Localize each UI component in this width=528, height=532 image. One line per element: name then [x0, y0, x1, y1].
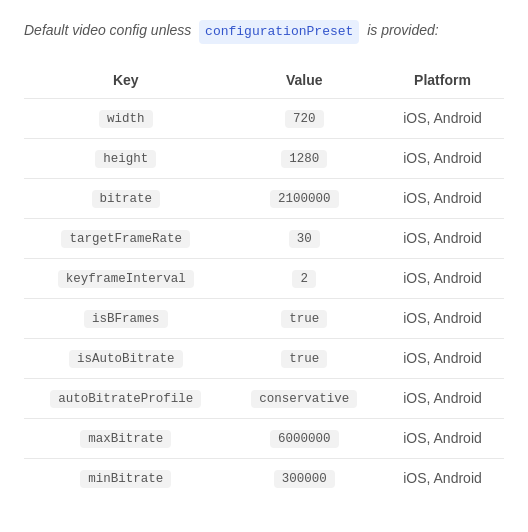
- platform-cell: iOS, Android: [381, 218, 504, 258]
- value-badge: 2: [292, 270, 316, 288]
- platform-cell: iOS, Android: [381, 98, 504, 138]
- platform-cell: iOS, Android: [381, 138, 504, 178]
- intro-prefix: Default video config unless: [24, 22, 191, 38]
- key-badge: maxBitrate: [80, 430, 171, 448]
- value-cell: 300000: [228, 458, 381, 498]
- col-header-key: Key: [24, 62, 228, 99]
- configuration-preset-badge: configurationPreset: [199, 20, 359, 44]
- key-badge: isAutoBitrate: [69, 350, 183, 368]
- value-badge: 30: [289, 230, 320, 248]
- value-badge: 300000: [274, 470, 335, 488]
- table-row: width720iOS, Android: [24, 98, 504, 138]
- config-table: Key Value Platform width720iOS, Androidh…: [24, 62, 504, 498]
- table-row: minBitrate300000iOS, Android: [24, 458, 504, 498]
- key-cell: minBitrate: [24, 458, 228, 498]
- key-cell: autoBitrateProfile: [24, 378, 228, 418]
- value-cell: conservative: [228, 378, 381, 418]
- key-cell: maxBitrate: [24, 418, 228, 458]
- platform-cell: iOS, Android: [381, 458, 504, 498]
- key-cell: height: [24, 138, 228, 178]
- col-header-platform: Platform: [381, 62, 504, 99]
- value-cell: 30: [228, 218, 381, 258]
- key-badge: autoBitrateProfile: [50, 390, 201, 408]
- key-badge: keyframeInterval: [58, 270, 194, 288]
- value-badge: 1280: [281, 150, 327, 168]
- intro-paragraph: Default video config unless configuratio…: [24, 20, 504, 44]
- value-badge: 720: [285, 110, 324, 128]
- table-row: height1280iOS, Android: [24, 138, 504, 178]
- table-row: bitrate2100000iOS, Android: [24, 178, 504, 218]
- value-cell: 2: [228, 258, 381, 298]
- key-badge: width: [99, 110, 153, 128]
- platform-cell: iOS, Android: [381, 338, 504, 378]
- value-badge: true: [281, 350, 327, 368]
- key-cell: bitrate: [24, 178, 228, 218]
- table-row: isBFramestrueiOS, Android: [24, 298, 504, 338]
- value-badge: 6000000: [270, 430, 339, 448]
- value-badge: 2100000: [270, 190, 339, 208]
- table-row: targetFrameRate30iOS, Android: [24, 218, 504, 258]
- key-badge: targetFrameRate: [61, 230, 190, 248]
- table-row: isAutoBitratetrueiOS, Android: [24, 338, 504, 378]
- table-header-row: Key Value Platform: [24, 62, 504, 99]
- key-cell: width: [24, 98, 228, 138]
- value-cell: 720: [228, 98, 381, 138]
- table-row: autoBitrateProfileconservativeiOS, Andro…: [24, 378, 504, 418]
- platform-cell: iOS, Android: [381, 298, 504, 338]
- value-cell: 6000000: [228, 418, 381, 458]
- table-row: maxBitrate6000000iOS, Android: [24, 418, 504, 458]
- col-header-value: Value: [228, 62, 381, 99]
- value-cell: true: [228, 298, 381, 338]
- key-badge: minBitrate: [80, 470, 171, 488]
- value-cell: true: [228, 338, 381, 378]
- key-badge: isBFrames: [84, 310, 168, 328]
- value-cell: 2100000: [228, 178, 381, 218]
- key-cell: isAutoBitrate: [24, 338, 228, 378]
- platform-cell: iOS, Android: [381, 258, 504, 298]
- platform-cell: iOS, Android: [381, 418, 504, 458]
- key-badge: bitrate: [92, 190, 161, 208]
- value-badge: conservative: [251, 390, 357, 408]
- platform-cell: iOS, Android: [381, 378, 504, 418]
- key-cell: keyframeInterval: [24, 258, 228, 298]
- platform-cell: iOS, Android: [381, 178, 504, 218]
- table-row: keyframeInterval2iOS, Android: [24, 258, 504, 298]
- key-badge: height: [95, 150, 156, 168]
- intro-suffix: is provided:: [367, 22, 439, 38]
- value-badge: true: [281, 310, 327, 328]
- key-cell: targetFrameRate: [24, 218, 228, 258]
- key-cell: isBFrames: [24, 298, 228, 338]
- value-cell: 1280: [228, 138, 381, 178]
